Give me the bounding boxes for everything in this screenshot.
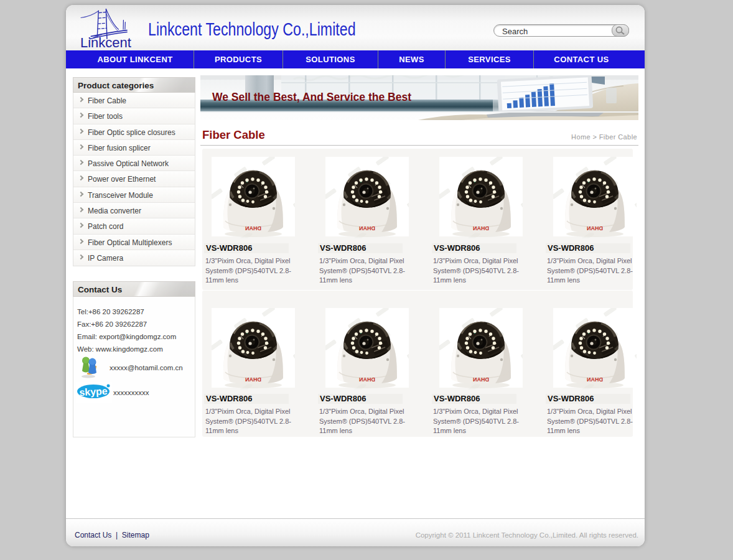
svg-text:Linkcent: Linkcent bbox=[80, 35, 131, 50]
svg-text:skype: skype bbox=[79, 386, 108, 398]
